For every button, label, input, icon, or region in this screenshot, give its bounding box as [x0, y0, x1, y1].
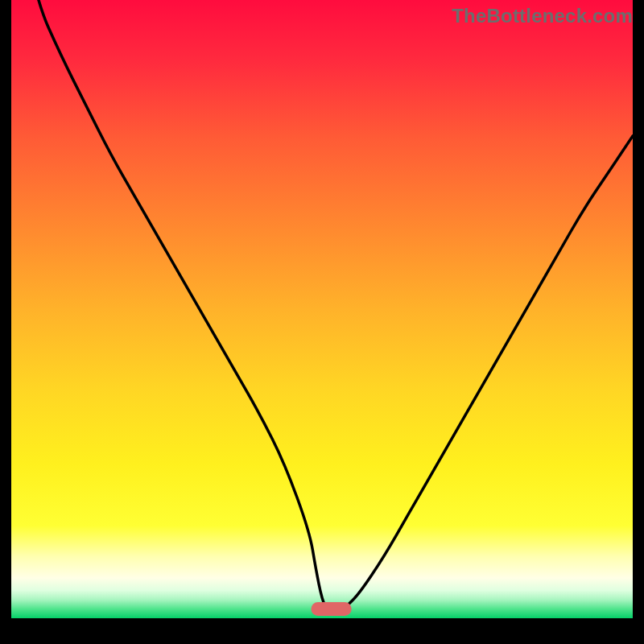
svg-rect-0 [11, 0, 633, 618]
bottleneck-chart [11, 0, 633, 618]
watermark-text: TheBottleneck.com [452, 5, 633, 27]
svg-rect-1 [311, 602, 351, 616]
